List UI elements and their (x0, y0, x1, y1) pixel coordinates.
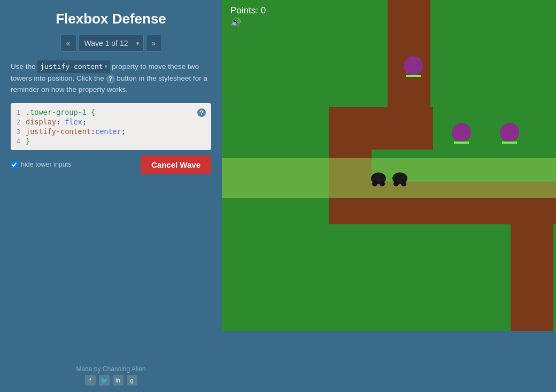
facebook-icon[interactable]: f (85, 375, 96, 386)
line-number: 3 (11, 128, 26, 136)
line-code[interactable]: .tower-group-1 { (26, 108, 211, 116)
editor-help-icon[interactable]: ? (197, 108, 206, 117)
social-icons: f 🐦 in g (76, 375, 145, 386)
code-line: 3 justify-content:center; (11, 127, 211, 136)
hide-towers-text: hide tower inputs (21, 161, 72, 168)
line-code[interactable]: justify-content:center; (26, 127, 211, 136)
tower-3 (500, 123, 519, 142)
next-wave-button[interactable]: » (146, 35, 162, 52)
enemy-2 (392, 173, 407, 184)
made-by-text: Made by Channing Allen (76, 365, 145, 373)
app-title: Flexbox Defense (56, 11, 166, 27)
wave-selector-wrapper: Wave 1 of 12Wave 2 of 12Wave 3 of 12Wave… (79, 35, 144, 52)
left-panel: Flexbox Defense « Wave 1 of 12Wave 2 of … (0, 0, 222, 392)
help-icon[interactable]: ? (106, 75, 115, 83)
tower-1 (404, 56, 423, 75)
tower-1-bar (406, 75, 421, 77)
instruction-text: Use the justify-content property to move… (11, 60, 211, 96)
path-vertical-top (388, 0, 430, 107)
line-number: 4 (11, 138, 26, 145)
enemy-row (222, 158, 556, 198)
editor-footer: hide tower inputs Cancel Wave (11, 155, 211, 174)
right-panel: Points: 0 🔊 (222, 0, 556, 392)
line-number: 2 (11, 119, 26, 126)
line-code[interactable]: } (26, 137, 211, 145)
sound-icon[interactable]: 🔊 (230, 17, 266, 27)
code-lines: 1.tower-group-1 {2 display: flex;3 justi… (11, 107, 211, 146)
path-vertical-bot (511, 182, 553, 331)
game-area: Points: 0 🔊 (222, 0, 556, 331)
wave-selector[interactable]: Wave 1 of 12Wave 2 of 12Wave 3 of 12Wave… (79, 35, 144, 52)
made-by: Made by Channing Allen f 🐦 in g (76, 357, 145, 392)
prev-wave-button[interactable]: « (60, 35, 76, 52)
tower-2-bar (454, 142, 469, 144)
line-code[interactable]: display: flex; (26, 117, 211, 126)
hide-towers-checkbox[interactable] (11, 161, 18, 168)
tower-3-bar (502, 142, 517, 144)
github-icon[interactable]: g (127, 375, 137, 386)
points-display: Points: 0 🔊 (230, 5, 266, 27)
line-number: 1 (11, 109, 26, 116)
code-line: 2 display: flex; (11, 117, 211, 127)
twitter-icon[interactable]: 🐦 (99, 375, 110, 386)
code-line: 1.tower-group-1 { (11, 107, 211, 117)
cancel-wave-button[interactable]: Cancel Wave (141, 155, 211, 174)
enemy-1 (371, 173, 386, 184)
wave-navigation: « Wave 1 of 12Wave 2 of 12Wave 3 of 12Wa… (60, 35, 162, 52)
points-text: Points: 0 (230, 5, 266, 16)
instruction-part1: Use the (11, 62, 37, 70)
linkedin-icon[interactable]: in (113, 375, 123, 386)
code-editor: 1.tower-group-1 {2 display: flex;3 justi… (11, 103, 211, 150)
help-corner-icon[interactable]: ? (197, 107, 206, 117)
property-keyword[interactable]: justify-content (37, 60, 110, 73)
hide-towers-label[interactable]: hide tower inputs (11, 161, 72, 168)
tower-2 (452, 123, 471, 142)
code-line: 4} (11, 136, 211, 146)
